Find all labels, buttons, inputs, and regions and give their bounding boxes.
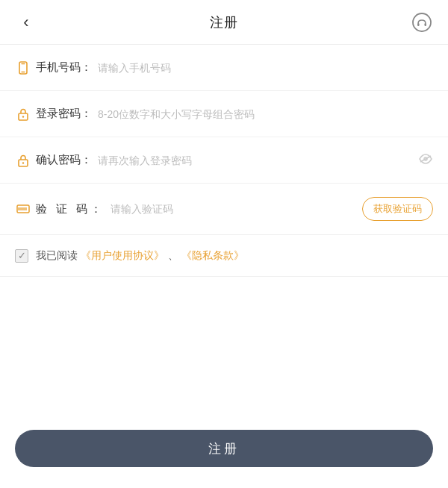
password-label: 登录密码： (36, 107, 92, 121)
register-button[interactable]: 注册 (15, 430, 433, 467)
eye-toggle-icon[interactable] (418, 154, 433, 167)
agreement-link1[interactable]: 《用户使用协议》 (81, 249, 164, 261)
agreement-link2[interactable]: 《隐私条款》 (181, 249, 244, 261)
svg-point-0 (413, 13, 431, 31)
svg-line-10 (420, 156, 431, 162)
verification-row: 验 证 码： 获取验证码 (0, 184, 448, 235)
verification-left: 验 证 码： (15, 201, 362, 217)
confirm-password-input[interactable] (98, 154, 418, 166)
back-button[interactable]: ‹ (15, 13, 37, 32)
app-container: ‹ 注册 手机号码： (0, 0, 448, 488)
password-input[interactable] (98, 108, 433, 120)
support-button[interactable] (411, 13, 433, 32)
confirm-password-icon (15, 152, 31, 169)
confirm-password-row: 确认密码： (0, 137, 448, 184)
check-mark: ✓ (18, 250, 26, 261)
register-btn-area: 注册 (0, 409, 448, 488)
confirm-password-label: 确认密码： (36, 153, 92, 167)
phone-input[interactable] (98, 62, 433, 74)
header: ‹ 注册 (0, 0, 448, 45)
page-title: 注册 (210, 13, 238, 31)
svg-point-9 (22, 162, 24, 163)
agreement-checkbox[interactable]: ✓ (15, 249, 28, 263)
get-code-button[interactable]: 获取验证码 (362, 197, 433, 221)
svg-point-7 (22, 116, 24, 117)
headset-icon (412, 13, 432, 32)
phone-row: 手机号码： (0, 45, 448, 91)
agreement-connector: 、 (168, 249, 178, 261)
verification-input[interactable] (111, 203, 362, 215)
phone-icon (15, 60, 31, 76)
password-icon (15, 106, 31, 122)
agreement-prefix: 我已阅读 (36, 249, 78, 261)
svg-rect-1 (417, 23, 420, 26)
password-row: 登录密码： (0, 91, 448, 137)
verification-icon (15, 201, 31, 217)
verification-label: 验 证 码： (36, 202, 105, 216)
phone-label: 手机号码： (36, 60, 92, 75)
agreement-text-container: 我已阅读 《用户使用协议》 、 《隐私条款》 (36, 248, 244, 263)
svg-rect-2 (425, 23, 427, 26)
form-area: 手机号码： 登录密码： (0, 45, 448, 409)
agreement-row: ✓ 我已阅读 《用户使用协议》 、 《隐私条款》 (0, 235, 448, 277)
